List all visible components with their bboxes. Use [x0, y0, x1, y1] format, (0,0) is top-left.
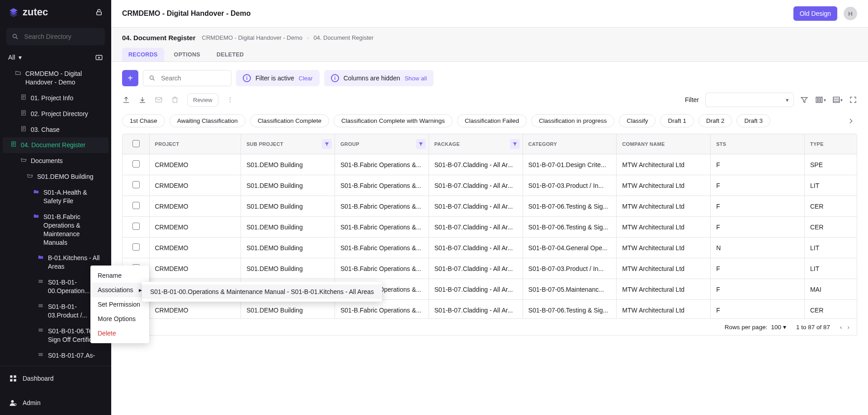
- rpp-select[interactable]: 100 ▾: [771, 323, 786, 331]
- chip[interactable]: Draft 1: [660, 114, 694, 127]
- chip[interactable]: 1st Chase: [122, 114, 165, 127]
- chip[interactable]: Classification Complete: [250, 114, 329, 127]
- tree-item[interactable]: Documents: [0, 153, 111, 169]
- table-row[interactable]: CRMDEMOS01.DEMO BuildingS01-B.Fabric Ope…: [123, 196, 857, 217]
- cell: S01-B.Fabric Operations &...: [335, 196, 429, 217]
- row-checkbox[interactable]: [132, 160, 140, 168]
- cell: S01-B-07.Cladding - All Ar...: [429, 175, 523, 196]
- lock-icon[interactable]: [95, 8, 103, 16]
- table-row[interactable]: CRMDEMOS01.DEMO BuildingS01-B.Fabric Ope…: [123, 154, 857, 175]
- tree-item[interactable]: CRMDEMO - Digital Handover - Demo: [0, 66, 111, 90]
- funnel-icon[interactable]: [510, 139, 520, 149]
- funnel-icon[interactable]: [416, 139, 426, 149]
- table-row[interactable]: CRMDEMOS01.DEMO BuildingS01-B.Fabric Ope…: [123, 175, 857, 196]
- context-menu-item[interactable]: Delete: [90, 326, 149, 340]
- add-button[interactable]: +: [122, 70, 138, 86]
- cell: MTW Architectural Ltd: [617, 196, 711, 217]
- column-header[interactable]: STS: [711, 134, 805, 154]
- chip[interactable]: Classify: [619, 114, 656, 127]
- table-row[interactable]: CRMDEMOS01.DEMO BuildingS01-B.Fabric Ope…: [123, 300, 857, 319]
- fullscreen-icon[interactable]: [849, 96, 857, 104]
- tree-item[interactable]: S01-B.Fabric Operations & Maintenance Ma…: [0, 209, 111, 251]
- funnel-icon[interactable]: [322, 139, 332, 149]
- tree-item[interactable]: 04. Document Register: [3, 137, 108, 153]
- tree-item[interactable]: 01. Project Info: [0, 90, 111, 106]
- tab-records[interactable]: RECORDS: [122, 48, 164, 61]
- tab-options[interactable]: OPTIONS: [168, 48, 207, 61]
- cell: S01-B.Fabric Operations &...: [335, 154, 429, 175]
- svg-rect-19: [819, 97, 820, 103]
- chip[interactable]: Classification in progress: [531, 114, 614, 127]
- person-gear-icon: [9, 399, 17, 407]
- chip[interactable]: Classification Complete with Warnings: [334, 114, 453, 127]
- column-header[interactable]: PACKAGE: [429, 134, 523, 154]
- row-checkbox[interactable]: [132, 223, 140, 230]
- row-checkbox[interactable]: [132, 202, 140, 209]
- row-checkbox[interactable]: [132, 243, 140, 251]
- chip[interactable]: Draft 3: [736, 114, 770, 127]
- show-all-link[interactable]: Show all: [405, 75, 427, 82]
- cell: CRMDEMO: [149, 154, 241, 175]
- tree-item[interactable]: 02. Project Directory: [0, 106, 111, 122]
- sidebar-all-row[interactable]: All ▾: [0, 49, 111, 66]
- content-search[interactable]: [143, 70, 231, 86]
- footer-dashboard[interactable]: Dashboard: [0, 366, 111, 391]
- column-header[interactable]: GROUP: [335, 134, 429, 154]
- sidebar-search[interactable]: [6, 28, 105, 45]
- old-design-button[interactable]: Old Design: [793, 6, 837, 21]
- add-folder-icon[interactable]: [95, 53, 103, 61]
- tab-deleted[interactable]: DELETED: [210, 48, 250, 61]
- chips-next[interactable]: [844, 117, 857, 125]
- chip[interactable]: Awaiting Classification: [170, 114, 245, 127]
- column-header[interactable]: SUB PROJECT: [241, 134, 335, 154]
- tree-item[interactable]: S01.DEMO Building: [0, 169, 111, 185]
- chip[interactable]: Classification Failed: [457, 114, 527, 127]
- filter-select[interactable]: ▾: [705, 93, 794, 107]
- context-menu-item[interactable]: More Options: [90, 312, 149, 326]
- chip[interactable]: Draft 2: [698, 114, 732, 127]
- context-menu-item[interactable]: Set Permission: [90, 297, 149, 312]
- context-menu-item[interactable]: Associations▸: [90, 283, 149, 297]
- cell: LIT: [804, 175, 857, 196]
- select-all-checkbox[interactable]: [132, 140, 140, 147]
- table-row[interactable]: CRMDEMOS01.DEMO BuildingS01-B.Fabric Ope…: [123, 238, 857, 258]
- review-button[interactable]: Review: [187, 93, 218, 107]
- avatar[interactable]: H: [844, 7, 857, 20]
- more-vert-icon[interactable]: [226, 96, 234, 103]
- row-checkbox[interactable]: [132, 181, 140, 188]
- column-header[interactable]: PROJECT: [149, 134, 241, 154]
- table-row[interactable]: CRMDEMOS01.DEMO BuildingS01-B.Fabric Ope…: [123, 258, 857, 279]
- table-row[interactable]: CRMDEMOS01.DEMO BuildingS01-B.Fabric Ope…: [123, 217, 857, 238]
- column-header[interactable]: TYPE: [804, 134, 857, 154]
- cell: CRMDEMO: [149, 217, 241, 238]
- tree-item[interactable]: S01-B-01-07.As-: [0, 348, 111, 364]
- page-next[interactable]: ›: [848, 324, 850, 331]
- cell: CRMDEMO: [149, 300, 241, 319]
- svg-rect-21: [833, 97, 840, 103]
- tree-item[interactable]: 03. Chase: [0, 122, 111, 138]
- columns-icon[interactable]: ▾: [815, 96, 826, 104]
- cell: MTW Architectural Ltd: [617, 217, 711, 238]
- crumb-2[interactable]: 04. Document Register: [313, 34, 373, 41]
- svg-rect-18: [816, 97, 817, 103]
- page-prev[interactable]: ‹: [840, 324, 842, 331]
- content-search-input[interactable]: [160, 74, 226, 82]
- tree-item[interactable]: S01-A.Health & Safety File: [0, 185, 111, 209]
- column-header[interactable]: COMPANY NAME: [617, 134, 711, 154]
- clear-filter-link[interactable]: Clear: [299, 75, 313, 82]
- submenu-item[interactable]: S01-B-01-00.Operations & Maintenance Man…: [142, 284, 382, 299]
- density-icon[interactable]: ▾: [832, 96, 843, 104]
- footer-admin[interactable]: Admin: [0, 391, 111, 415]
- crumb-1[interactable]: CRMDEMO - Digital Handover - Demo: [202, 34, 303, 41]
- cell: S01-B-07-06.Testing & Sig...: [523, 300, 617, 319]
- upload-icon[interactable]: [122, 96, 130, 104]
- cell: CER: [804, 196, 857, 217]
- brand-logo[interactable]: zutec: [8, 6, 48, 18]
- context-menu-item[interactable]: Rename: [90, 268, 149, 283]
- cell: F: [711, 175, 805, 196]
- stack-icon: [37, 303, 44, 309]
- download-icon[interactable]: [138, 96, 146, 104]
- funnel-icon[interactable]: [800, 96, 808, 104]
- sidebar-search-input[interactable]: [24, 33, 99, 41]
- column-header[interactable]: CATEGORY: [523, 134, 617, 154]
